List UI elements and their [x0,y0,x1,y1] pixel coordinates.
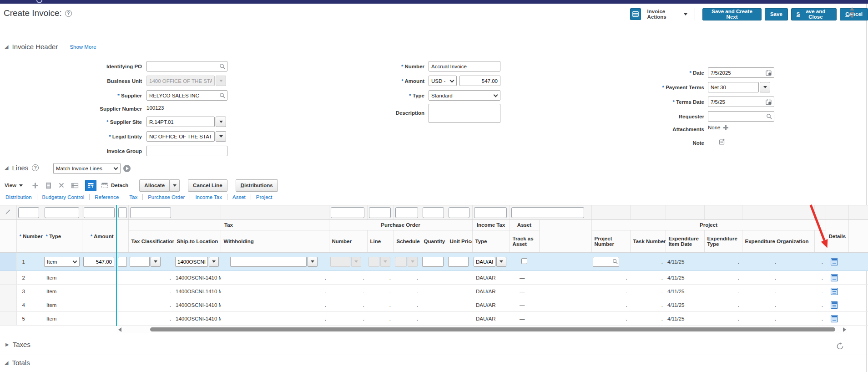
help-icon[interactable]: ? [65,10,72,17]
help-icon[interactable]: ? [32,164,39,171]
subtab-purchase-order[interactable]: Purchase Order [143,194,190,200]
ship-to-dropdown[interactable] [209,257,219,267]
details-icon[interactable] [831,274,838,281]
taxes-section-header[interactable]: ▶ Taxes [5,341,30,348]
lines-section-header[interactable]: ◢ Lines ? [5,164,39,172]
col-expenditure-organization[interactable]: Expenditure Organization [742,230,814,253]
col-po-number[interactable]: Number [329,230,367,253]
supplier-site-input[interactable] [146,117,215,127]
detach-icon[interactable] [101,182,108,189]
filter-unit-price-input[interactable] [449,207,469,218]
table-row[interactable]: 3Item.1400OSCNI-1410 MAIL SER....DAU/AR—… [0,285,868,298]
frozen-column-divider[interactable] [116,205,117,326]
currency-select[interactable]: USD - [429,76,457,86]
identifying-po-input[interactable] [146,61,227,71]
col-withholding[interactable]: Withholding [221,230,329,253]
subtab-tax[interactable]: Tax [124,194,142,200]
arrow-down-icon[interactable] [850,15,854,18]
line-unit-price-input[interactable] [448,257,469,267]
filter-po-line-input[interactable] [369,207,391,218]
invoice-header-section-header[interactable]: ◢ Invoice Header Show More [5,43,96,51]
line-withholding-input[interactable] [230,257,307,267]
col-project-number[interactable]: Project Number [591,230,630,253]
distributions-button[interactable]: Distributions [236,179,278,192]
scroll-right-icon[interactable] [843,327,846,332]
filter-number-input[interactable] [18,207,39,218]
match-action-select[interactable]: Match Invoice Lines [53,163,121,174]
track-as-asset-checkbox[interactable] [521,258,527,264]
date-input[interactable] [708,67,774,78]
details-icon[interactable] [831,315,838,322]
filter-misc-input[interactable] [118,207,127,218]
invoice-type-select[interactable]: Standard [429,90,500,101]
collapse-triangle-icon[interactable]: ◢ [5,165,8,171]
amount-input[interactable] [459,76,500,86]
arrow-up-icon[interactable] [850,7,854,10]
subtab-income-tax[interactable]: Income Tax [190,194,227,200]
tax-classification-dropdown[interactable] [151,257,161,267]
filter-quantity-input[interactable] [423,207,444,218]
go-button[interactable] [123,165,131,172]
invoice-actions-menu[interactable]: Invoice Actions [647,9,688,20]
query-by-example-toggle[interactable] [85,180,96,191]
terms-date-input[interactable] [708,97,774,107]
filter-income-tax-type-input[interactable] [474,207,507,218]
withholding-dropdown[interactable] [308,257,318,267]
add-row-icon[interactable] [32,182,39,189]
requester-input[interactable] [708,111,774,122]
save-and-close-button[interactable]: Save and Close [791,8,837,20]
description-textarea[interactable] [429,104,500,123]
line-amount-input[interactable] [83,257,114,267]
details-icon[interactable] [831,258,838,265]
invoice-number-input[interactable] [429,61,500,71]
refresh-icon[interactable] [836,342,844,350]
search-icon[interactable] [612,259,618,264]
col-expenditure-type[interactable]: Expenditure Type [704,230,742,253]
scroll-left-icon[interactable] [118,327,121,332]
allocate-button[interactable]: Allocate [139,179,170,192]
table-row-selected[interactable]: 1 Item [0,253,868,271]
supplier-input[interactable] [146,90,227,101]
subtab-reference[interactable]: Reference [90,194,124,200]
line-income-tax-type-input[interactable] [474,257,495,267]
allocate-dropdown[interactable] [170,179,180,192]
col-type[interactable]: Type [43,220,82,253]
payment-terms-input[interactable] [708,82,759,92]
col-expenditure-item-date[interactable]: Expenditure Item Date [666,230,704,253]
col-track-as-asset[interactable]: Track as Asset [510,230,539,253]
expand-triangle-icon[interactable]: ▶ [5,342,9,347]
line-misc-input[interactable] [118,257,127,267]
freeze-columns-icon[interactable] [71,182,79,189]
subtab-project[interactable]: Project [251,194,278,200]
col-tax-classification[interactable]: Tax Classification [128,230,174,253]
filter-track-as-asset-input[interactable] [511,207,584,218]
income-tax-type-dropdown[interactable] [496,257,506,267]
col-amount[interactable]: Amount [82,220,116,253]
filter-amount-input[interactable] [84,207,115,218]
calendar-icon[interactable] [766,70,772,76]
details-icon[interactable] [831,301,838,309]
panel-layout-button[interactable] [630,8,641,20]
show-more-link[interactable]: Show More [70,44,96,50]
col-income-tax-type[interactable]: Type [472,230,510,253]
totals-section-header[interactable]: ◢ Totals [5,359,30,367]
subtab-distribution[interactable]: Distribution [5,194,37,200]
col-quantity[interactable]: Quantity [421,230,447,253]
subtab-budgetary-control[interactable]: Budgetary Control [37,194,90,200]
drag-handle-icon[interactable] [850,12,854,14]
duplicate-row-icon[interactable] [45,182,52,189]
collapse-triangle-icon[interactable]: ◢ [5,360,8,366]
col-po-schedule[interactable]: Schedule [394,230,421,253]
calendar-icon[interactable] [766,99,772,105]
invoice-group-input[interactable] [146,146,227,156]
line-quantity-input[interactable] [422,257,444,267]
filter-po-schedule-input[interactable] [395,207,418,218]
line-ship-to-input[interactable] [175,257,208,267]
save-button[interactable]: Save [765,8,788,20]
supplier-site-dropdown[interactable] [216,117,226,127]
line-tax-classification-input[interactable] [130,257,150,267]
detach-label[interactable]: Detach [111,183,128,188]
table-row[interactable]: 4Item.1400OSCNI-1410 MAIL SER....DAU/AR—… [0,298,868,312]
search-icon[interactable] [219,92,225,98]
save-and-create-next-button[interactable]: Save and Create Next [702,8,762,20]
